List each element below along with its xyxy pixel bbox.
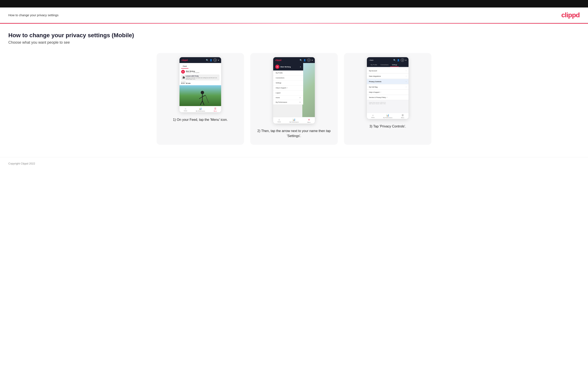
phone2-body: B Blair McHarg ∧ My Profile Connections	[273, 63, 315, 117]
phone2-nav-icons: 🔍 👤 ⚙ ▾	[300, 58, 313, 62]
chevron-down-icon: ∨	[299, 97, 301, 99]
tab-home-label: Home	[371, 117, 375, 118]
golf-image	[180, 85, 221, 106]
settings-icon: ⚙	[213, 58, 217, 62]
settings-mygolfbag-label: My Golf Bag	[369, 86, 378, 88]
chart-icon: 📊	[293, 118, 295, 121]
svg-point-1	[201, 91, 204, 94]
user-icon: 👤	[210, 59, 212, 61]
home-icon: ⌂	[185, 107, 186, 110]
menu-item-settings: Settings	[273, 81, 303, 85]
menu-item-connections: Connections	[273, 75, 303, 81]
page-heading: How to change your privacy settings (Mob…	[8, 32, 580, 39]
tab-performance-label: My Performance	[289, 121, 299, 123]
phone-mockup-1: clippd 🔍 👤 ⚙ ▾ Feed	[180, 57, 221, 112]
copyright-text: Copyright Clippd 2022	[8, 162, 35, 165]
close-icon: ✕	[308, 118, 310, 121]
chart-icon: 📊	[386, 114, 389, 117]
expand-icon: ∧	[300, 66, 301, 68]
menu-icon: ☰	[402, 114, 404, 117]
tab-performance-label: My Performance	[383, 117, 392, 118]
menu-user-info: B Blair McHarg	[275, 65, 291, 69]
feed-tab-label: Feed	[181, 64, 189, 69]
chart-icon: 📊	[199, 107, 202, 110]
chevron-right-icon: ›	[406, 75, 406, 77]
step-2-card: clippd 🔍 👤 ⚙ ▾	[250, 53, 338, 145]
search-icon: 🔍	[393, 59, 396, 61]
chevron-right-icon: ›	[406, 81, 406, 83]
phone1-logo: clippd	[182, 59, 188, 61]
top-bar	[0, 0, 588, 8]
search-icon: 🔍	[300, 59, 302, 61]
tab-myprofile: My Profile	[369, 63, 379, 67]
footer: Copyright Clippd 2022	[0, 157, 588, 169]
menu-avatar: B	[275, 65, 279, 69]
settings-version: Clippd Client Version: 2022.8.3-3GQL Ser…	[367, 100, 408, 106]
tab-home-label: Home	[277, 121, 281, 123]
settings-dataintegrations-label: Data Integrations	[369, 75, 381, 77]
menu-username: Blair McHarg	[280, 66, 291, 68]
phone2-navbar: clippd 🔍 👤 ⚙ ▾	[273, 57, 315, 63]
menu-icon: ☰	[214, 107, 216, 110]
tab-performance: 📊 My Performance	[289, 118, 299, 123]
page-subheading: Choose what you want people to see	[8, 40, 580, 45]
search-icon: 🔍	[206, 59, 208, 61]
steps-container: clippd 🔍 👤 ⚙ ▾ Feed	[8, 53, 580, 145]
settings-item-dataintegrations: Data Integrations ›	[367, 74, 408, 79]
chevron-down-icon: ▾	[405, 59, 406, 61]
chevron-down-icon: ▾	[218, 59, 219, 61]
settings-list: My Account › Data Integrations › Privacy…	[367, 67, 408, 107]
settings-myaccount-label: My Account	[369, 70, 377, 72]
phone2-tabbar: ⌂ Home 📊 My Performance ✕ Menu	[273, 117, 315, 124]
settings-icon: ⚙	[307, 58, 311, 62]
tab-home-label: Home	[184, 110, 187, 111]
menu-performance-section-label: My Performance	[276, 101, 287, 103]
settings-tabs: My Profile Connections Settings	[367, 63, 408, 67]
step-1-card: clippd 🔍 👤 ⚙ ▾ Feed	[156, 53, 244, 145]
post-username: Blair McHarg	[186, 70, 199, 72]
menu-item-logout: Logout	[273, 91, 303, 95]
chevron-right-icon: ›	[406, 70, 406, 72]
chevron-down-icon: ∨	[299, 101, 301, 103]
phone2-logo: clippd	[275, 59, 281, 61]
tab-menu-label: Menu	[307, 122, 311, 123]
tab-performance: 📊 My Performance	[196, 107, 205, 112]
feed-post: B Blair McHarg Yesterday · Sunningdale 🎥…	[180, 69, 221, 85]
menu-section-performance: My Performance ∨	[273, 100, 303, 105]
clippd-logo: clippd	[561, 11, 580, 19]
settings-icon: ⚙	[401, 58, 404, 62]
phone3-navbar: < Back 🔍 👤 ⚙ ▾	[367, 57, 408, 63]
tab-menu: ✕ Menu	[307, 118, 311, 123]
menu-panel: B Blair McHarg ∧ My Profile Connections	[273, 63, 303, 105]
settings-body: My Account › Data Integrations › Privacy…	[367, 67, 408, 113]
settings-item-serviceprivacy: Service & Privacy Policy ↗	[367, 95, 408, 100]
menu-profile-label: My Profile	[276, 72, 283, 74]
header: How to change your privacy settings clip…	[0, 8, 588, 23]
post-header: B Blair McHarg Yesterday · Sunningdale	[181, 70, 219, 74]
phone1-nav-icons: 🔍 👤 ⚙ ▾	[206, 58, 219, 62]
duration-value: 01 hr : 30 min	[181, 83, 219, 84]
breadcrumb: How to change your privacy settings	[8, 13, 59, 17]
feed-tab-area: Feed	[180, 63, 221, 69]
settings-serviceprivacy-label: Service & Privacy Policy ↗	[369, 96, 388, 98]
post-meta: Yesterday · Sunningdale	[186, 72, 199, 73]
settings-privacycontrols-label: Privacy Controls	[369, 81, 381, 83]
settings-item-helpsupport: Help & Support ↗	[367, 90, 408, 95]
settings-item-myaccount: My Account ›	[367, 68, 408, 73]
phone3-tabbar: ⌂ Home 📊 My Performance ☰ Menu	[367, 113, 408, 119]
lesson-box: 🎥 Lesson with Fordy Looking to feel like…	[181, 75, 219, 81]
step-3-caption: 3) Tap 'Privacy Controls'.	[369, 124, 406, 129]
home-icon: ⌂	[372, 114, 373, 117]
phone1-navbar: clippd 🔍 👤 ⚙ ▾	[180, 57, 221, 63]
settings-item-mygolfbag: My Golf Bag ›	[367, 84, 408, 90]
step-2-caption: 2) Then, tap the arrow next to your name…	[254, 128, 334, 139]
main-content: How to change your privacy settings (Mob…	[0, 24, 588, 157]
menu-user-header: B Blair McHarg ∧	[273, 63, 303, 70]
phone-mockup-2: clippd 🔍 👤 ⚙ ▾	[273, 57, 315, 124]
menu-item-help: Help & Support ↗	[273, 85, 303, 91]
menu-logout-label: Logout	[276, 92, 280, 94]
user-icon: 👤	[397, 59, 399, 61]
tab-menu-label: Menu	[214, 110, 217, 112]
tab-home: ⌂ Home	[371, 114, 375, 118]
back-button: < Back	[369, 59, 373, 61]
